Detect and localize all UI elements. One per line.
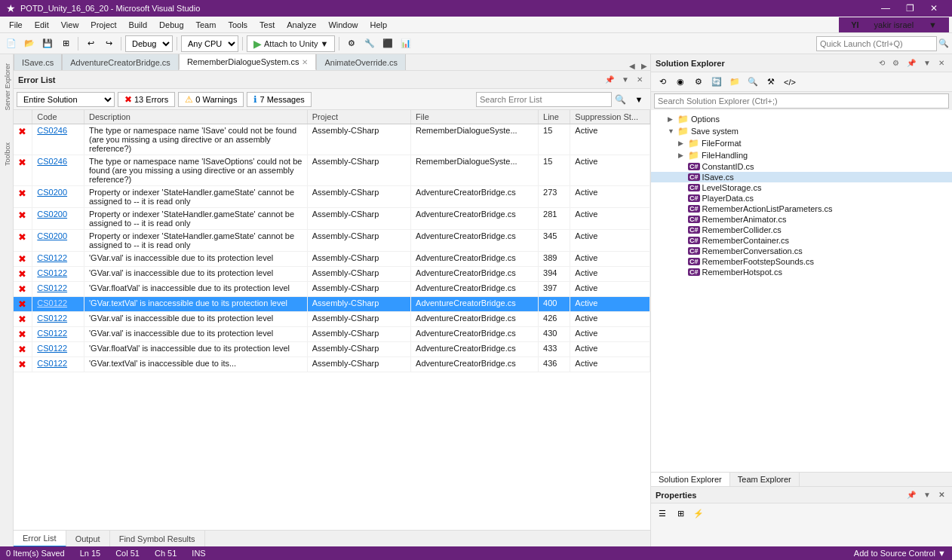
error-table[interactable]: Code Description Project File Line Suppr… — [14, 110, 650, 530]
col-file[interactable]: File — [411, 110, 539, 124]
error-code-link[interactable]: CS0122 — [37, 283, 67, 292]
tree-item[interactable]: C# ConstantID.cs — [651, 161, 952, 172]
menu-project[interactable]: Project — [84, 19, 122, 31]
undo-button[interactable]: ↩ — [82, 35, 99, 52]
menu-build[interactable]: Build — [123, 19, 153, 31]
toolbar-btn-2[interactable]: 🔧 — [361, 35, 378, 52]
maximize-button[interactable]: ❐ — [898, 0, 922, 17]
se-tab-solution[interactable]: Solution Explorer — [651, 473, 730, 486]
se-search-input[interactable] — [654, 93, 949, 109]
error-code-link[interactable]: CS0122 — [37, 344, 67, 353]
col-project[interactable]: Project — [307, 110, 410, 124]
error-filter-options[interactable]: ▼ — [631, 91, 647, 108]
tree-item[interactable]: C# RememberContainer.cs — [651, 235, 952, 246]
col-description[interactable]: Description — [84, 110, 307, 124]
error-panel-dropdown[interactable]: ▼ — [619, 74, 632, 85]
se-btn-code[interactable]: </> — [781, 74, 799, 90]
errors-filter-button[interactable]: ✖ 13 Errors — [118, 92, 175, 107]
table-row[interactable]: ✖ CS0122 'GVar.textVal' is inaccessible … — [14, 297, 650, 312]
messages-filter-button[interactable]: ℹ 7 Messages — [247, 92, 311, 107]
btab-errorlist[interactable]: Error List — [14, 531, 66, 547]
props-dropdown[interactable]: ▼ — [920, 489, 934, 500]
tab-adventurecreator[interactable]: AdventureCreatorBridge.cs — [62, 54, 179, 70]
title-controls[interactable]: — ❐ ✕ — [874, 0, 946, 17]
error-code-link[interactable]: CS0246 — [37, 157, 67, 166]
table-row[interactable]: ✖ CS0246 The type or namespace name 'ISa… — [14, 124, 650, 155]
table-row[interactable]: ✖ CS0200 Property or indexer 'StateHandl… — [14, 208, 650, 230]
error-code-link[interactable]: CS0122 — [37, 314, 67, 323]
close-button[interactable]: ✕ — [922, 0, 946, 17]
tree-item[interactable]: ▶📁 FileFormat — [651, 137, 952, 149]
error-panel-close[interactable]: ✕ — [634, 74, 646, 85]
table-row[interactable]: ✖ CS0200 Property or indexer 'StateHandl… — [14, 230, 650, 252]
tree-item[interactable]: ▼📁 Save system — [651, 125, 952, 137]
table-row[interactable]: ✖ CS0122 'GVar.textVal' is inaccessible … — [14, 357, 650, 372]
col-icon[interactable] — [14, 110, 32, 124]
se-pin[interactable]: 📌 — [904, 57, 919, 69]
error-code-link[interactable]: CS0122 — [37, 253, 67, 262]
tree-item[interactable]: C# RememberFootstepSounds.cs — [651, 256, 952, 267]
tree-item[interactable]: C# RememberAnimator.cs — [651, 214, 952, 225]
col-suppression[interactable]: Suppression St... — [570, 110, 650, 124]
tab-overflow-right[interactable]: ▶ — [638, 62, 650, 70]
debug-mode-dropdown[interactable]: Debug — [125, 35, 173, 52]
btab-output[interactable]: Output — [66, 531, 110, 547]
se-settings-btn[interactable]: ⚙ — [889, 57, 902, 69]
save-button[interactable]: 💾 — [39, 35, 56, 52]
open-button[interactable]: 📂 — [21, 35, 38, 52]
table-row[interactable]: ✖ CS0122 'GVar.val' is inaccessible due … — [14, 312, 650, 327]
toolbox-icon[interactable]: Toolbox — [2, 142, 11, 166]
error-code-link[interactable]: CS0122 — [37, 298, 67, 308]
scope-dropdown[interactable]: Entire Solution — [17, 92, 115, 107]
tab-animateoverride[interactable]: AnimateOverride.cs — [316, 54, 406, 70]
menu-window[interactable]: Window — [322, 19, 364, 31]
menu-help[interactable]: Help — [364, 19, 394, 31]
tree-item[interactable]: C# LevelStorage.cs — [651, 182, 952, 193]
se-btn-4[interactable]: 🔄 — [708, 74, 725, 90]
tree-item[interactable]: C# RememberActionListParameters.cs — [651, 203, 952, 214]
warnings-filter-button[interactable]: ⚠ 0 Warnings — [178, 92, 244, 107]
attach-to-unity-button[interactable]: ▶ Attach to Unity ▼ — [247, 35, 335, 52]
se-btn-1[interactable]: ⟲ — [654, 74, 671, 90]
error-code-link[interactable]: CS0122 — [37, 268, 67, 277]
tab-rememberdialoguessystem[interactable]: RememberDialogueSystem.cs ✕ — [179, 54, 317, 70]
tab-remember-close[interactable]: ✕ — [302, 58, 308, 66]
error-code-link[interactable]: CS0122 — [37, 329, 67, 338]
tab-overflow-left[interactable]: ◀ — [626, 62, 638, 70]
menu-view[interactable]: View — [55, 19, 85, 31]
table-row[interactable]: ✖ CS0200 Property or indexer 'StateHandl… — [14, 186, 650, 208]
error-code-link[interactable]: CS0200 — [37, 188, 67, 197]
toolbar-btn-4[interactable]: 📊 — [398, 35, 414, 52]
error-code-link[interactable]: CS0246 — [37, 126, 67, 135]
tab-isave[interactable]: ISave.cs — [14, 54, 62, 70]
se-sync-btn[interactable]: ⟲ — [876, 57, 888, 69]
toolbar-btn-3[interactable]: ⬛ — [379, 35, 396, 52]
menu-test[interactable]: Test — [253, 19, 281, 31]
tree-item[interactable]: C# RememberHotspot.cs — [651, 267, 952, 277]
error-code-link[interactable]: CS0200 — [37, 210, 67, 219]
redo-button[interactable]: ↪ — [100, 35, 117, 52]
se-dropdown[interactable]: ▼ — [920, 57, 934, 69]
save-all-button[interactable]: ⊞ — [57, 35, 74, 52]
se-btn-filter[interactable]: 🔍 — [745, 74, 761, 90]
menu-edit[interactable]: Edit — [29, 19, 55, 31]
se-tab-team[interactable]: Team Explorer — [730, 473, 800, 486]
tree-item[interactable]: C# RememberCollider.cs — [651, 225, 952, 235]
tree-item[interactable]: C# ISave.cs — [651, 172, 952, 182]
platform-dropdown[interactable]: Any CPU — [181, 35, 238, 52]
minimize-button[interactable]: — — [874, 0, 898, 17]
props-btn-1[interactable]: ☰ — [654, 505, 671, 522]
error-code-link[interactable]: CS0200 — [37, 231, 67, 240]
error-code-link[interactable]: CS0122 — [37, 359, 67, 368]
tree-item[interactable]: ▶📁 Options — [651, 113, 952, 125]
col-code[interactable]: Code — [32, 110, 84, 124]
status-source-control[interactable]: Add to Source Control ▼ — [854, 549, 946, 558]
menu-team[interactable]: Team — [190, 19, 223, 31]
menu-analyze[interactable]: Analyze — [281, 19, 322, 31]
tree-item[interactable]: ▶📁 FileHandling — [651, 149, 952, 161]
se-btn-props[interactable]: ⚒ — [763, 74, 779, 90]
new-project-button[interactable]: 📄 — [3, 35, 20, 52]
menu-tools[interactable]: Tools — [222, 19, 253, 31]
table-row[interactable]: ✖ CS0122 'GVar.floatVal' is inaccessible… — [14, 342, 650, 357]
col-line[interactable]: Line — [539, 110, 570, 124]
